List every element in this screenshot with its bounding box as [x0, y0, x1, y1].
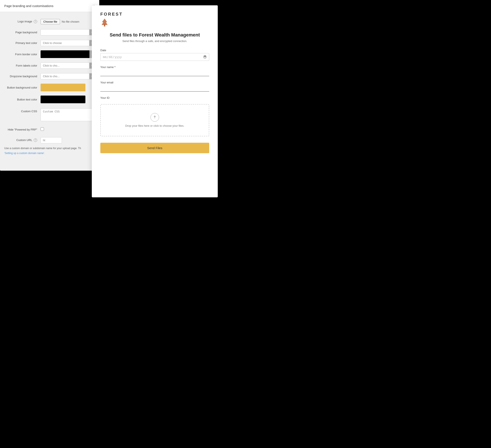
hide-powered-label: Hide "Powered by FRP"	[4, 128, 41, 131]
your-email-input[interactable]	[100, 85, 209, 91]
preview-logo: FOREST	[100, 12, 209, 28]
button-text-swatch	[41, 96, 85, 103]
your-name-field: Your name *	[100, 65, 209, 76]
file-status: No file chosen	[62, 20, 79, 23]
page-background-control: ✏	[41, 29, 96, 36]
button-bg-color-control	[41, 84, 95, 91]
preview-subtitle: Send files through a safe, and encrypted…	[100, 39, 209, 43]
custom-url-label: Custom URL ?	[4, 138, 41, 142]
black-bottom-bar	[0, 181, 92, 224]
svg-point-5	[105, 23, 106, 23]
black-bar-right	[220, 0, 246, 224]
form-border-swatch	[41, 50, 89, 58]
form-labels-color-label: Form labels color	[4, 64, 41, 67]
file-input-wrapper: Choose file No file chosen	[41, 19, 95, 24]
form-labels-color-row: Form labels color ✏	[0, 60, 99, 71]
custom-url-help-icon: ?	[34, 138, 37, 142]
button-text-color-row: Button text color	[0, 93, 99, 105]
custom-url-control	[41, 137, 95, 143]
button-bg-swatch	[41, 84, 85, 91]
custom-css-label: Custom CSS	[4, 108, 41, 113]
form-border-color-label: Form border color	[4, 53, 41, 56]
right-panel: FOREST Send files to Forest Wealth Manag…	[92, 5, 218, 197]
hide-powered-checkbox[interactable]	[41, 127, 44, 131]
page-background-label: Page background	[4, 31, 41, 34]
forest-tree-icon	[100, 18, 209, 28]
your-name-label: Your name *	[100, 65, 209, 69]
form-border-color-row: Form border color ✏	[0, 48, 99, 60]
dropzone-bg-input[interactable]	[41, 73, 89, 79]
primary-text-color-label: Primary text color	[4, 41, 41, 45]
panel-body: Logo image ? Choose file No file chosen …	[0, 12, 99, 159]
button-text-color-label: Button text color	[4, 98, 41, 101]
panel-header: Page branding and customisations ∨	[0, 0, 99, 12]
form-labels-input[interactable]	[41, 63, 89, 68]
your-name-input[interactable]	[100, 70, 209, 76]
logo-help-icon: ?	[34, 20, 37, 23]
logo-image-label: Logo image ?	[4, 20, 41, 23]
button-text-color-control	[41, 96, 95, 103]
form-labels-input-wrapper: ✏	[41, 63, 96, 69]
custom-css-control	[41, 108, 96, 122]
button-bg-swatch-wrapper	[41, 84, 85, 91]
dropzone-background-row: Dropzone background ✏	[0, 71, 99, 82]
panel-header-title: Page branding and customisations	[4, 4, 53, 8]
preview-title: Send files to Forest Wealth Management	[100, 32, 209, 38]
dropzone-background-control: ✏	[41, 73, 96, 79]
primary-text-color-control: ✏	[41, 40, 96, 46]
dropzone-bg-input-wrapper: ✏	[41, 73, 96, 79]
button-bg-color-row: Button background color	[0, 82, 99, 93]
send-files-button[interactable]: Send Files	[100, 143, 209, 153]
your-id-label: Your ID	[100, 96, 209, 100]
dropzone-text: Drop your files here or click to choose …	[105, 124, 205, 127]
custom-css-textarea[interactable]	[41, 108, 96, 121]
svg-point-3	[104, 19, 105, 20]
your-email-label: Your email	[100, 81, 209, 84]
date-field: Date	[100, 49, 209, 61]
custom-domain-link[interactable]: 'Setting up a custom domain name'.	[4, 152, 45, 155]
form-border-color-control: ✏	[41, 50, 96, 58]
date-label: Date	[100, 49, 209, 52]
custom-domain-text: Use a custom domain or subdomain name fo…	[0, 146, 99, 151]
page-background-input[interactable]	[41, 29, 89, 35]
hide-powered-control	[41, 127, 95, 132]
dropzone-upload-icon	[151, 113, 159, 122]
form-labels-color-control: ✏	[41, 63, 96, 69]
primary-color-input-wrapper: ✏	[41, 40, 96, 46]
custom-url-input[interactable]	[41, 137, 62, 143]
dropzone-background-label: Dropzone background	[4, 75, 41, 78]
svg-point-2	[106, 21, 107, 22]
form-border-swatch-wrapper: ✏	[41, 50, 96, 58]
your-email-field: Your email	[100, 81, 209, 91]
button-bg-color-label: Button background color	[4, 86, 41, 89]
custom-css-row: Custom CSS	[0, 105, 99, 124]
color-input-wrapper: ✏	[41, 29, 96, 36]
primary-text-color-row: Primary text color ✏	[0, 37, 99, 48]
date-input[interactable]	[100, 53, 209, 61]
choose-file-button[interactable]: Choose file	[41, 19, 60, 24]
svg-point-1	[103, 21, 103, 22]
left-panel: Page branding and customisations ∨ Logo …	[0, 0, 99, 171]
svg-point-4	[104, 23, 104, 24]
page-background-row: Page background ✏	[0, 27, 99, 37]
forest-logo-text: FOREST	[100, 12, 209, 17]
custom-url-row: Custom URL ?	[0, 135, 99, 146]
logo-image-row: Logo image ? Choose file No file chosen	[0, 16, 99, 27]
your-id-field: Your ID	[100, 96, 209, 100]
primary-text-input[interactable]	[41, 40, 89, 46]
dropzone[interactable]: Drop your files here or click to choose …	[100, 104, 209, 136]
hide-powered-row: Hide "Powered by FRP"	[0, 124, 99, 135]
